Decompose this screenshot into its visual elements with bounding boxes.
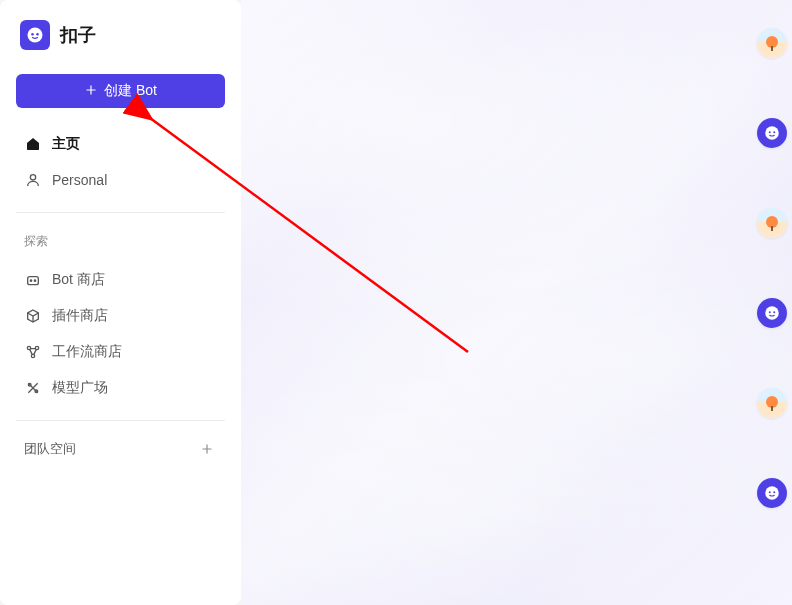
nav-primary: 主页 Personal bbox=[16, 126, 225, 198]
svg-point-24 bbox=[769, 311, 771, 313]
sidebar-item-workflow-store[interactable]: 工作流商店 bbox=[16, 334, 225, 370]
divider bbox=[16, 212, 225, 213]
sidebar-item-model-plaza[interactable]: 模型广场 bbox=[16, 370, 225, 406]
svg-rect-4 bbox=[28, 277, 39, 285]
sidebar: 扣子 创建 Bot 主页 Personal bbox=[0, 0, 241, 605]
svg-point-23 bbox=[765, 306, 779, 320]
svg-point-5 bbox=[30, 280, 31, 281]
sidebar-item-bot-store[interactable]: Bot 商店 bbox=[16, 262, 225, 298]
svg-point-31 bbox=[769, 491, 771, 493]
user-icon bbox=[24, 171, 42, 189]
right-rail bbox=[752, 0, 792, 605]
rail-bot-icon[interactable] bbox=[757, 298, 787, 328]
brand-title: 扣子 bbox=[60, 23, 96, 47]
add-team-space-button[interactable] bbox=[197, 439, 217, 459]
svg-rect-22 bbox=[771, 226, 773, 231]
bot-icon bbox=[24, 271, 42, 289]
nav-explore: Bot 商店 插件商店 工作流商店 bbox=[16, 262, 225, 406]
tools-icon bbox=[24, 379, 42, 397]
rail-avatar-icon[interactable] bbox=[757, 388, 787, 418]
sidebar-item-label: 工作流商店 bbox=[52, 343, 122, 361]
create-bot-label: 创建 Bot bbox=[104, 82, 157, 100]
main-content bbox=[241, 0, 792, 605]
svg-point-0 bbox=[28, 28, 43, 43]
svg-point-3 bbox=[30, 175, 35, 180]
svg-point-1 bbox=[31, 33, 34, 36]
sidebar-item-label: Personal bbox=[52, 172, 107, 188]
brand-logo-icon bbox=[20, 20, 50, 50]
team-space-section: 团队空间 bbox=[16, 435, 225, 463]
cube-icon bbox=[24, 307, 42, 325]
sidebar-item-home[interactable]: 主页 bbox=[16, 126, 225, 162]
home-icon bbox=[24, 135, 42, 153]
svg-rect-15 bbox=[771, 46, 773, 51]
svg-point-25 bbox=[773, 311, 775, 313]
svg-point-32 bbox=[773, 491, 775, 493]
sidebar-item-label: 模型广场 bbox=[52, 379, 108, 397]
svg-point-16 bbox=[765, 126, 779, 140]
sidebar-item-label: 插件商店 bbox=[52, 307, 108, 325]
svg-point-18 bbox=[773, 131, 775, 133]
rail-bot-icon[interactable] bbox=[757, 118, 787, 148]
workflow-icon bbox=[24, 343, 42, 361]
sidebar-item-label: Bot 商店 bbox=[52, 271, 105, 289]
explore-section-label: 探索 bbox=[16, 227, 225, 256]
svg-point-6 bbox=[34, 280, 35, 281]
sidebar-item-personal[interactable]: Personal bbox=[16, 162, 225, 198]
svg-point-2 bbox=[36, 33, 39, 36]
brand: 扣子 bbox=[16, 20, 225, 50]
svg-point-30 bbox=[765, 486, 779, 500]
svg-point-17 bbox=[769, 131, 771, 133]
rail-bot-icon[interactable] bbox=[757, 478, 787, 508]
divider bbox=[16, 420, 225, 421]
svg-rect-29 bbox=[771, 406, 773, 411]
rail-avatar-icon[interactable] bbox=[757, 28, 787, 58]
sidebar-item-plugin-store[interactable]: 插件商店 bbox=[16, 298, 225, 334]
rail-avatar-icon[interactable] bbox=[757, 208, 787, 238]
create-bot-button[interactable]: 创建 Bot bbox=[16, 74, 225, 108]
team-space-label: 团队空间 bbox=[24, 440, 76, 458]
plus-icon bbox=[84, 83, 98, 100]
sidebar-item-label: 主页 bbox=[52, 135, 80, 153]
